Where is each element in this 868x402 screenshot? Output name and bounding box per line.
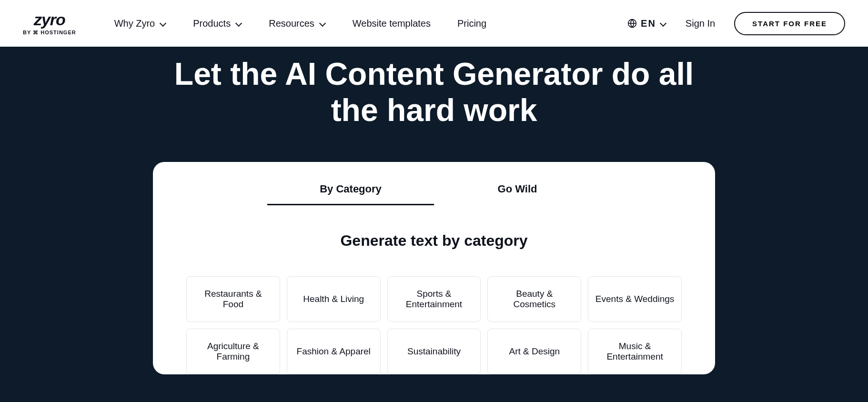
logo[interactable]: zyro BY ⌘ HOSTINGER xyxy=(23,11,76,36)
logo-main: zyro xyxy=(34,11,65,28)
nav-label: Products xyxy=(193,18,231,29)
section-title: Generate text by category xyxy=(172,232,696,250)
main-nav: Why Zyro Products Resources Website temp… xyxy=(114,18,486,29)
chevron-down-icon xyxy=(319,20,326,27)
hero-title: Let the AI Content Generator do all the … xyxy=(172,56,696,129)
category-grid: Restaurants & Food Health & Living Sport… xyxy=(186,276,682,374)
chevron-down-icon xyxy=(235,20,242,27)
nav-why-zyro[interactable]: Why Zyro xyxy=(114,18,167,29)
language-label: EN xyxy=(641,18,656,29)
tab-by-category[interactable]: By Category xyxy=(267,176,434,205)
category-restaurants-food[interactable]: Restaurants & Food xyxy=(186,276,280,322)
chevron-down-icon xyxy=(160,20,166,27)
category-agriculture-farming[interactable]: Agriculture & Farming xyxy=(186,329,280,374)
nav-resources[interactable]: Resources xyxy=(269,18,326,29)
signin-link[interactable]: Sign In xyxy=(686,18,715,29)
category-fashion-apparel[interactable]: Fashion & Apparel xyxy=(287,329,381,374)
header-right: EN Sign In START FOR FREE xyxy=(627,12,845,35)
category-health-living[interactable]: Health & Living xyxy=(287,276,381,322)
nav-templates[interactable]: Website templates xyxy=(353,18,431,29)
start-free-button[interactable]: START FOR FREE xyxy=(734,12,845,35)
hero-section: Let the AI Content Generator do all the … xyxy=(0,47,868,402)
tabs: By Category Go Wild xyxy=(172,176,696,205)
nav-label: Pricing xyxy=(457,18,486,29)
logo-subtext: BY ⌘ HOSTINGER xyxy=(23,30,76,36)
nav-label: Why Zyro xyxy=(114,18,155,29)
category-music-entertainment[interactable]: Music & Entertainment xyxy=(588,329,682,374)
logo-sub-brand: HOSTINGER xyxy=(40,30,76,35)
hostinger-icon: ⌘ xyxy=(33,30,39,36)
chevron-down-icon xyxy=(660,20,666,27)
generator-card: By Category Go Wild Generate text by cat… xyxy=(153,162,715,374)
category-art-design[interactable]: Art & Design xyxy=(487,329,581,374)
category-events-weddings[interactable]: Events & Weddings xyxy=(588,276,682,322)
language-selector[interactable]: EN xyxy=(627,18,666,29)
logo-sub-prefix: BY xyxy=(23,30,31,35)
tab-go-wild[interactable]: Go Wild xyxy=(434,176,601,205)
category-sustainability[interactable]: Sustainability xyxy=(387,329,481,374)
category-beauty-cosmetics[interactable]: Beauty & Cosmetics xyxy=(487,276,581,322)
nav-label: Resources xyxy=(269,18,314,29)
nav-label: Website templates xyxy=(353,18,431,29)
nav-products[interactable]: Products xyxy=(193,18,242,29)
globe-icon xyxy=(627,19,637,28)
category-sports-entertainment[interactable]: Sports & Entertainment xyxy=(387,276,481,322)
nav-pricing[interactable]: Pricing xyxy=(457,18,486,29)
header: zyro BY ⌘ HOSTINGER Why Zyro Products Re… xyxy=(0,0,868,47)
